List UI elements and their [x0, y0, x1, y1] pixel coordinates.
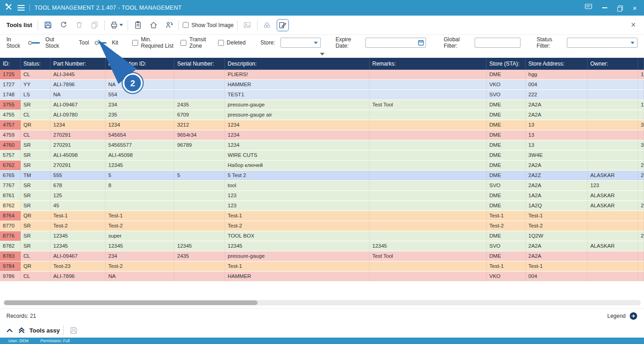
- paste-button[interactable]: [132, 19, 144, 31]
- table-row[interactable]: 7767SR6788toolSVO2A2A123: [0, 181, 644, 191]
- cell: ALI-45098: [106, 150, 174, 161]
- save-button[interactable]: [42, 19, 54, 31]
- find-button[interactable]: [261, 19, 273, 31]
- transfer-button[interactable]: [163, 19, 175, 31]
- close-window-button[interactable]: ×: [633, 5, 637, 11]
- legend-icon: [629, 312, 638, 320]
- table-row[interactable]: 4757QR1234123432121234DME133: [0, 120, 644, 130]
- column-header[interactable]: Remarks:: [370, 58, 487, 70]
- table-row[interactable]: 4759CL2702915456549654r341234DME13: [0, 130, 644, 140]
- refresh-button[interactable]: [57, 19, 69, 31]
- table-row[interactable]: 3755SRALI-094672342435pressure-gaugeTest…: [0, 100, 644, 110]
- cell: CL: [21, 251, 50, 261]
- column-header[interactable]: Status:: [21, 58, 50, 70]
- cell: [638, 261, 644, 272]
- cell: 2A2A: [526, 181, 588, 191]
- table-row[interactable]: 4760SR27029154565577967891234DME133: [0, 140, 644, 150]
- cell: [174, 191, 225, 201]
- image-button[interactable]: [241, 19, 253, 31]
- cell: ALI-09780: [50, 110, 106, 120]
- cell: 2: [638, 201, 644, 211]
- column-header[interactable]: Registration ID:: [106, 58, 174, 70]
- cell: 3: [638, 140, 644, 150]
- status-filter-select[interactable]: [567, 38, 638, 48]
- cell: LS: [21, 90, 50, 100]
- column-header[interactable]: Store (STA):: [487, 58, 526, 70]
- column-header[interactable]: Store Address:: [526, 58, 588, 70]
- table-row[interactable]: 1748LSNA554TEST1SVO222: [0, 90, 644, 100]
- close-panel-button[interactable]: ×: [631, 20, 638, 30]
- delete-button[interactable]: [73, 19, 85, 31]
- table-row[interactable]: 8770SRTest-2Test-2Test-2Test-2Test-2: [0, 221, 644, 231]
- stock-toggle[interactable]: [28, 41, 40, 45]
- cell-id: 8761: [0, 191, 21, 201]
- menu-icon[interactable]: [17, 5, 25, 11]
- table-row[interactable]: 6765TM555555 Test 2DME2A2ZALASKAR2: [0, 171, 644, 181]
- restore-button[interactable]: [617, 6, 622, 11]
- table-row[interactable]: 8761SR125123DME1A2AALASKAR: [0, 191, 644, 201]
- table-header-row: ID:Status:Part Number:Registration ID:Se…: [0, 58, 644, 70]
- cell: 004: [526, 80, 588, 90]
- cell: [588, 150, 638, 161]
- table-row[interactable]: 6762SR27029112345Набор ключейDME2A2A2: [0, 161, 644, 171]
- cell: 004: [526, 272, 588, 282]
- table-row[interactable]: 9784QRTest-23Test-2Test-1Test-1Test-1: [0, 261, 644, 272]
- cell: [638, 110, 644, 120]
- collapse-filters-handle[interactable]: [320, 53, 325, 55]
- print-dropdown-icon[interactable]: [119, 24, 123, 26]
- global-filter-input[interactable]: [475, 38, 521, 48]
- calendar-icon[interactable]: [418, 39, 424, 46]
- table-row[interactable]: 9786CLALI-7896NAHAMMERVKO004: [0, 272, 644, 282]
- horizontal-scrollbar[interactable]: [3, 300, 641, 305]
- deleted-checkbox[interactable]: [218, 40, 224, 46]
- table-row[interactable]: 1725CLALI-3445PLIERS!DMEhgg1: [0, 70, 644, 80]
- cell: 3: [638, 120, 644, 130]
- expand-up-double-icon[interactable]: [17, 327, 26, 334]
- copy-button[interactable]: [89, 19, 101, 31]
- feedback-icon[interactable]: [585, 4, 592, 12]
- table-row[interactable]: 8762SR45123DME1A2QALASKAR2: [0, 201, 644, 211]
- column-header[interactable]: Owner:: [588, 58, 638, 70]
- expire-date-input[interactable]: [365, 38, 426, 48]
- table-row[interactable]: 8783CLALI-094672342435pressure-gaugeTest…: [0, 251, 644, 261]
- cell: [588, 90, 638, 100]
- edit-button[interactable]: [277, 19, 289, 31]
- min-required-checkbox[interactable]: [132, 40, 138, 46]
- store-label: Store:: [260, 39, 275, 46]
- filter-bar: In Stock Out Stock Tool Kit Min. Require…: [0, 35, 644, 50]
- table-row[interactable]: 5757SRALI-45098ALI-45098WIRE CUTSDME3W4E: [0, 150, 644, 161]
- cell: NA: [50, 90, 106, 100]
- cell: Test-2: [526, 221, 588, 231]
- assy-save-button[interactable]: [67, 324, 79, 336]
- column-header[interactable]: [638, 58, 644, 70]
- column-header[interactable]: Serial Number:: [174, 58, 225, 70]
- cell: SVO: [487, 90, 526, 100]
- cell: CL: [21, 70, 50, 80]
- cell: Test-1: [225, 261, 370, 272]
- expand-up-icon[interactable]: [6, 327, 14, 334]
- minimize-button[interactable]: [602, 7, 607, 8]
- table-row[interactable]: 8776SR12345superTOOL BOXDME1Q2W2: [0, 231, 644, 241]
- legend-button[interactable]: Legend: [607, 312, 638, 320]
- tool-kit-toggle[interactable]: [95, 41, 106, 45]
- column-header[interactable]: ID:: [0, 58, 21, 70]
- table-row[interactable]: 8764QRTest-1Test-1Test-1Test-1Test-1: [0, 211, 644, 221]
- cell: 125: [50, 191, 106, 201]
- home-button[interactable]: [147, 19, 159, 31]
- table-row[interactable]: 8782SR1234512345123451234512345SVO2A2AAL…: [0, 241, 644, 251]
- print-button[interactable]: [108, 19, 124, 31]
- table-row[interactable]: 4755CLALI-097802356709pressure-gauge air…: [0, 110, 644, 120]
- table-row[interactable]: 1727YYALI-7896NAHAMMERVKO004: [0, 80, 644, 90]
- scrollbar-thumb[interactable]: [4, 300, 258, 305]
- cell: ALI-09467: [50, 100, 106, 110]
- transit-zone-checkbox[interactable]: [180, 40, 186, 46]
- show-tool-image-checkbox[interactable]: [183, 22, 189, 28]
- cell: ALASKAR: [588, 191, 638, 201]
- cell: 2: [638, 171, 644, 181]
- cell: HAMMER: [225, 272, 370, 282]
- store-select[interactable]: [280, 38, 321, 48]
- column-header[interactable]: Description:: [225, 58, 370, 70]
- cell: [106, 191, 174, 201]
- cell: 13: [526, 120, 588, 130]
- column-header[interactable]: Part Number:: [50, 58, 106, 70]
